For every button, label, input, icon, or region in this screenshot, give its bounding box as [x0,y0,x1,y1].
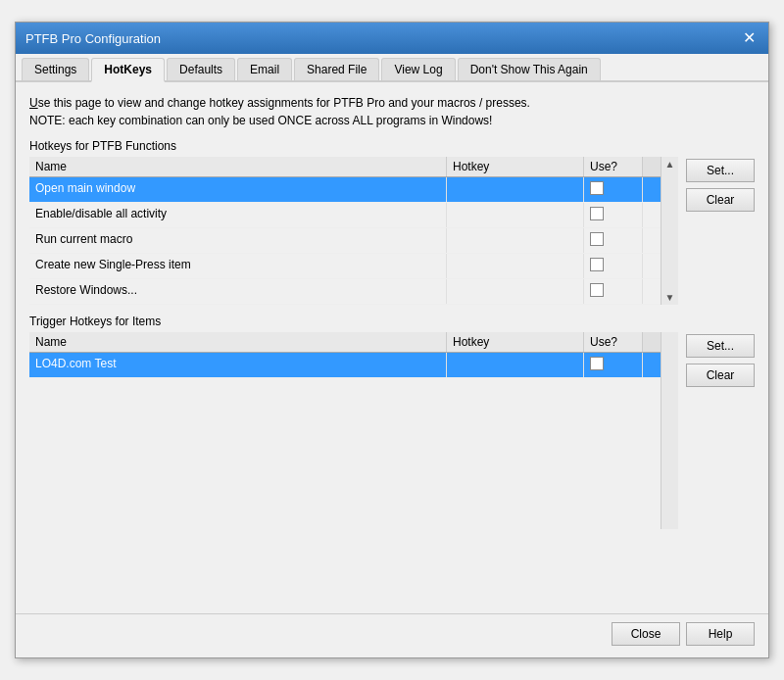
scroll-down-icon[interactable]: ▼ [665,292,675,303]
info-text: Use this page to view and change hotkey … [29,94,755,129]
row-hotkey [447,279,584,304]
tab-settings[interactable]: Settings [22,58,89,80]
use-checkbox[interactable] [590,181,604,195]
info-line2: NOTE: each key combination can only be u… [29,112,755,129]
trigger-col-use: Use? [584,332,643,352]
use-checkbox[interactable] [590,357,604,370]
trigger-table-container: Name Hotkey Use? LO4D.com Test [29,332,678,529]
table-row[interactable]: Run current macro [29,228,661,254]
ptfb-col-scroll [643,157,661,176]
ptfb-side-buttons: Set... Clear [686,157,755,305]
footer: Close Help [16,613,768,657]
ptfb-col-name: Name [29,157,447,176]
trigger-col-hotkey: Hotkey [447,332,584,352]
row-name: Enable/disable all activity [29,203,447,227]
row-hotkey [447,254,584,278]
use-checkbox[interactable] [590,207,604,220]
ptfb-table-container: Name Hotkey Use? Open main window [29,157,678,305]
row-use[interactable] [584,177,643,202]
trigger-scrollbar [661,332,678,529]
ptfb-set-button[interactable]: Set... [686,159,755,182]
trigger-col-name: Name [29,332,447,352]
row-scroll [643,279,661,304]
ptfb-table-header: Name Hotkey Use? [29,157,661,177]
help-button[interactable]: Help [686,622,755,646]
row-use[interactable] [584,353,643,377]
ptfb-section-label: Hotkeys for PTFB Functions [29,139,755,153]
content-area: Use this page to view and change hotkey … [16,82,768,613]
trigger-section: Trigger Hotkeys for Items Name Hotkey Us… [29,315,755,529]
row-name: LO4D.com Test [29,353,447,377]
use-checkbox[interactable] [590,232,604,246]
main-window: PTFB Pro Configuration ✕ Settings HotKey… [15,22,769,658]
trigger-table-inner: Name Hotkey Use? LO4D.com Test [29,332,661,529]
row-name: Run current macro [29,228,447,253]
scroll-up-icon[interactable]: ▲ [665,159,675,170]
row-scroll [643,228,661,253]
row-use[interactable] [584,203,643,227]
tab-bar: Settings HotKeys Defaults Email Shared F… [16,54,768,82]
row-scroll [643,203,661,227]
tab-hotkeys[interactable]: HotKeys [91,58,165,82]
trigger-side-buttons: Set... Clear [686,332,755,529]
ptfb-table-inner: Name Hotkey Use? Open main window [29,157,661,305]
trigger-col-scroll [643,332,661,352]
table-row[interactable]: Open main window [29,177,661,203]
window-title: PTFB Pro Configuration [25,31,161,46]
use-checkbox[interactable] [590,258,604,271]
table-row[interactable]: Restore Windows... [29,279,661,305]
ptfb-col-use: Use? [584,157,643,176]
use-checkbox[interactable] [590,283,604,297]
info-line1: se this page to view and change hotkey a… [38,96,530,110]
tab-defaults[interactable]: Defaults [167,58,235,80]
row-scroll [643,254,661,278]
title-bar: PTFB Pro Configuration ✕ [16,23,768,54]
row-use[interactable] [584,228,643,253]
row-use[interactable] [584,254,643,278]
ptfb-scrollbar[interactable]: ▲ ▼ [661,157,678,305]
tab-dont-show[interactable]: Don't Show This Again [458,58,601,80]
row-use[interactable] [584,279,643,304]
trigger-section-label: Trigger Hotkeys for Items [29,315,755,328]
close-window-button[interactable]: ✕ [739,28,759,48]
tab-view-log[interactable]: View Log [381,58,455,80]
trigger-table-header: Name Hotkey Use? [29,332,661,353]
ptfb-col-hotkey: Hotkey [447,157,584,176]
row-hotkey [447,203,584,227]
table-row[interactable]: Create new Single-Press item [29,254,661,279]
row-hotkey [447,228,584,253]
tab-shared-file[interactable]: Shared File [294,58,379,80]
row-name: Open main window [29,177,447,202]
tab-email[interactable]: Email [237,58,292,80]
ptfb-table-area: Name Hotkey Use? Open main window [29,157,755,305]
row-hotkey [447,177,584,202]
row-name: Create new Single-Press item [29,254,447,278]
ptfb-clear-button[interactable]: Clear [686,188,755,212]
row-name: Restore Windows... [29,279,447,304]
row-hotkey [447,353,584,377]
ptfb-section: Hotkeys for PTFB Functions Name Hotkey U… [29,139,755,305]
close-button[interactable]: Close [612,622,680,646]
trigger-table-body: LO4D.com Test [29,353,661,529]
table-row[interactable]: LO4D.com Test [29,353,661,378]
row-scroll [643,177,661,202]
row-scroll [643,353,661,377]
info-u: U [29,96,38,110]
trigger-table-area: Name Hotkey Use? LO4D.com Test [29,332,755,529]
ptfb-table-body: Open main window Enable/disable all acti… [29,177,661,305]
trigger-clear-button[interactable]: Clear [686,364,755,387]
table-row[interactable]: Enable/disable all activity [29,203,661,228]
trigger-set-button[interactable]: Set... [686,334,755,358]
